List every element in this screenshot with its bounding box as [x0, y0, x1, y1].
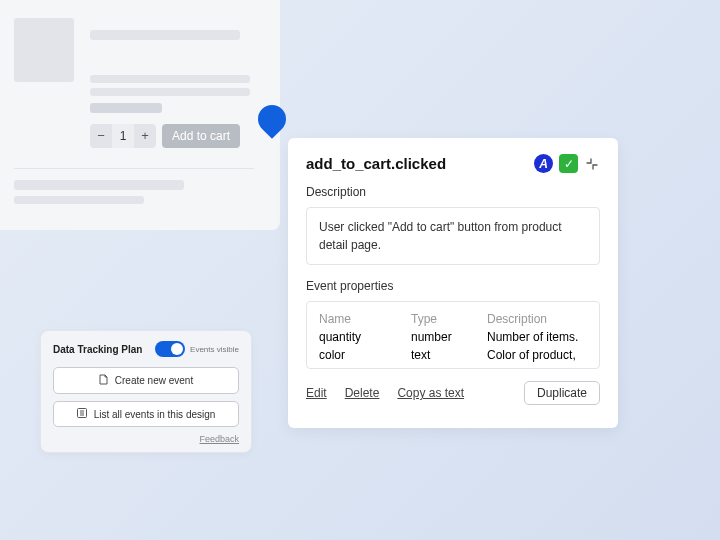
- skeleton-line: [90, 30, 240, 40]
- description-label: Description: [306, 185, 600, 199]
- skeleton-line: [14, 180, 184, 190]
- collapse-icon[interactable]: [584, 156, 600, 172]
- properties-label: Event properties: [306, 279, 600, 293]
- duplicate-button[interactable]: Duplicate: [524, 381, 600, 405]
- list-icon: [77, 408, 87, 420]
- qty-minus-button[interactable]: −: [90, 124, 112, 148]
- skeleton-divider: [14, 168, 254, 169]
- skeleton-line: [90, 75, 250, 83]
- add-to-cart-button[interactable]: Add to cart: [162, 124, 240, 148]
- file-icon: [99, 374, 108, 387]
- table-row[interactable]: color text Color of product,: [319, 346, 587, 364]
- qty-plus-button[interactable]: +: [134, 124, 156, 148]
- event-detail-panel: add_to_cart.clicked A ✓ Description User…: [288, 138, 618, 428]
- product-mock-card: − 1 + Add to cart: [0, 0, 280, 230]
- plan-title: Data Tracking Plan: [53, 344, 142, 355]
- list-events-button[interactable]: List all events in this design: [53, 401, 239, 427]
- amplitude-icon[interactable]: A: [534, 154, 553, 173]
- table-row[interactable]: quantity number Number of items.: [319, 328, 587, 346]
- feedback-link[interactable]: Feedback: [53, 434, 239, 444]
- col-name: Name: [319, 312, 411, 326]
- tracking-plan-widget: Data Tracking Plan Events visible Create…: [40, 330, 252, 453]
- toggle-label: Events visible: [190, 345, 239, 354]
- list-events-label: List all events in this design: [94, 409, 216, 420]
- edit-link[interactable]: Edit: [306, 386, 327, 400]
- skeleton-line: [90, 88, 250, 96]
- create-event-label: Create new event: [115, 375, 193, 386]
- skeleton-line: [90, 103, 162, 113]
- delete-link[interactable]: Delete: [345, 386, 380, 400]
- skeleton-thumb: [14, 18, 74, 82]
- col-desc: Description: [487, 312, 587, 326]
- qty-value: 1: [112, 124, 134, 148]
- verified-icon[interactable]: ✓: [559, 154, 578, 173]
- events-visible-toggle[interactable]: [155, 341, 185, 357]
- col-type: Type: [411, 312, 487, 326]
- quantity-stepper[interactable]: − 1 +: [90, 124, 156, 148]
- create-event-button[interactable]: Create new event: [53, 367, 239, 394]
- skeleton-line: [14, 196, 144, 204]
- properties-table: Name Type Description quantity number Nu…: [306, 301, 600, 369]
- description-text[interactable]: User clicked "Add to cart" button from p…: [306, 207, 600, 265]
- event-name: add_to_cart.clicked: [306, 155, 446, 172]
- copy-link[interactable]: Copy as text: [397, 386, 464, 400]
